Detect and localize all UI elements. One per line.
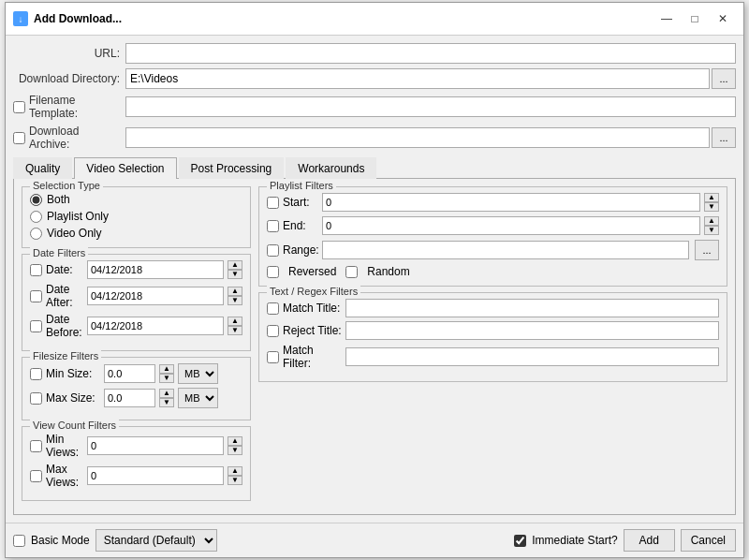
- date-after-spin-down[interactable]: ▼: [228, 296, 242, 305]
- start-label: Start:: [283, 196, 310, 209]
- start-label-wrapper: Start:: [267, 196, 318, 209]
- date-spin-up[interactable]: ▲: [228, 260, 242, 270]
- max-size-row: Max Size: ▲ ▼ MB B KB GB TB: [30, 388, 242, 408]
- download-dir-row: Download Directory: ...: [13, 68, 736, 89]
- min-views-label-wrapper: Min Views:: [30, 433, 83, 459]
- view-count-filters-group: View Count Filters Min Views: ▲ ▼: [22, 426, 251, 501]
- max-size-input[interactable]: [104, 389, 155, 407]
- filename-template-input[interactable]: [125, 96, 736, 117]
- range-row: Range: ...: [267, 240, 719, 260]
- min-size-row: Min Size: ▲ ▼ MB B KB GB TB: [30, 363, 242, 384]
- tab-post-processing[interactable]: Post Processing: [179, 157, 285, 179]
- titlebar-buttons: — □ ✕: [654, 8, 736, 29]
- radio-playlist-only[interactable]: [30, 211, 42, 223]
- download-archive-input[interactable]: [125, 127, 710, 148]
- download-archive-checkbox[interactable]: [13, 132, 25, 144]
- end-spin-down[interactable]: ▼: [704, 226, 719, 235]
- end-spin-up[interactable]: ▲: [704, 216, 719, 226]
- text-regex-filters-title: Text / Regex Filters: [267, 286, 360, 297]
- max-size-label-wrapper: Max Size:: [30, 391, 100, 405]
- reject-title-input[interactable]: [345, 321, 719, 340]
- max-views-spin-up[interactable]: ▲: [228, 466, 242, 476]
- max-size-label: Max Size:: [46, 391, 95, 405]
- min-size-checkbox[interactable]: [30, 368, 42, 380]
- match-filter-input[interactable]: [345, 347, 719, 366]
- date-before-input[interactable]: [87, 317, 224, 335]
- download-dir-input[interactable]: [125, 68, 710, 89]
- range-browse-button[interactable]: ...: [695, 240, 719, 260]
- radio-video-only[interactable]: [30, 228, 42, 240]
- date-after-checkbox[interactable]: [30, 290, 42, 302]
- basic-mode-checkbox[interactable]: [13, 535, 25, 547]
- min-views-row: Min Views: ▲ ▼: [30, 433, 242, 459]
- end-input[interactable]: [322, 216, 700, 235]
- bottom-bar: Basic Mode Standard (Default) Custom Imm…: [6, 523, 743, 557]
- selection-type-title: Selection Type: [30, 180, 103, 191]
- date-after-label: Date After:: [46, 283, 83, 309]
- match-filter-checkbox[interactable]: [267, 351, 279, 363]
- max-size-spin-group: ▲ ▼: [159, 389, 174, 407]
- cancel-button[interactable]: Cancel: [681, 529, 736, 552]
- titlebar: ↓ Add Download... — □ ✕: [6, 3, 743, 36]
- date-after-spin-up[interactable]: ▲: [228, 287, 242, 296]
- match-title-checkbox[interactable]: [267, 302, 279, 315]
- tab-quality[interactable]: Quality: [13, 157, 72, 179]
- max-views-checkbox[interactable]: [30, 470, 42, 482]
- tab-video-selection[interactable]: Video Selection: [74, 157, 176, 179]
- min-size-input[interactable]: [104, 364, 155, 383]
- tab-workarounds[interactable]: Workarounds: [286, 157, 376, 179]
- end-row: End: ▲ ▼: [267, 216, 719, 235]
- radio-both[interactable]: [30, 194, 42, 206]
- download-archive-row: Download Archive: ...: [13, 125, 736, 151]
- range-checkbox[interactable]: [267, 244, 279, 257]
- min-size-unit-select[interactable]: MB B KB GB TB: [178, 363, 218, 384]
- close-button[interactable]: ✕: [710, 8, 736, 29]
- url-input[interactable]: [125, 43, 736, 64]
- minimize-button[interactable]: —: [654, 8, 680, 29]
- min-views-input[interactable]: [87, 436, 224, 455]
- tab-bar: Quality Video Selection Post Processing …: [13, 156, 736, 179]
- min-size-spin-up[interactable]: ▲: [159, 364, 174, 374]
- max-views-spin-down[interactable]: ▼: [228, 476, 242, 485]
- max-size-checkbox[interactable]: [30, 392, 42, 405]
- date-before-row: Date Before: ▲ ▼: [30, 313, 242, 339]
- maximize-button[interactable]: □: [682, 8, 708, 29]
- min-size-spin-down[interactable]: ▼: [159, 374, 174, 383]
- max-views-label: Max Views:: [46, 463, 83, 489]
- random-checkbox[interactable]: [345, 266, 358, 278]
- date-before-spin-down[interactable]: ▼: [228, 326, 242, 335]
- reject-title-checkbox[interactable]: [267, 325, 279, 337]
- start-input[interactable]: [322, 193, 700, 212]
- start-spin-down[interactable]: ▼: [704, 202, 719, 212]
- immediate-start-checkbox[interactable]: [514, 535, 526, 547]
- preset-select[interactable]: Standard (Default) Custom: [95, 529, 217, 552]
- date-before-checkbox[interactable]: [30, 320, 42, 332]
- min-views-checkbox[interactable]: [30, 440, 42, 452]
- max-size-unit-select[interactable]: MB B KB GB TB: [178, 388, 218, 408]
- date-filters-group: Date Filters Date: ▲ ▼: [22, 254, 251, 351]
- max-size-spin-up[interactable]: ▲: [159, 389, 174, 398]
- date-after-spin-group: ▲ ▼: [228, 287, 242, 305]
- download-archive-browse-button[interactable]: ...: [712, 127, 736, 148]
- filename-template-checkbox[interactable]: [13, 101, 25, 113]
- download-archive-checkbox-label: Download Archive:: [13, 125, 125, 151]
- min-views-spin-up[interactable]: ▲: [228, 436, 242, 446]
- date-after-input[interactable]: [87, 287, 224, 305]
- max-size-spin-down[interactable]: ▼: [159, 398, 174, 407]
- start-checkbox[interactable]: [267, 197, 279, 209]
- max-views-input[interactable]: [87, 466, 224, 485]
- start-spin-up[interactable]: ▲: [704, 193, 719, 202]
- min-views-spin-down[interactable]: ▼: [228, 446, 242, 455]
- date-before-spin-up[interactable]: ▲: [228, 317, 242, 326]
- end-checkbox[interactable]: [267, 220, 279, 232]
- date-spin-down[interactable]: ▼: [228, 270, 242, 279]
- date-input[interactable]: [87, 260, 224, 279]
- date-checkbox[interactable]: [30, 264, 42, 276]
- match-title-input[interactable]: [345, 299, 719, 317]
- download-dir-browse-button[interactable]: ...: [712, 68, 736, 89]
- selection-type-group: Selection Type Both Playlist Only Video …: [22, 186, 251, 248]
- add-button[interactable]: Add: [624, 529, 675, 552]
- reversed-checkbox[interactable]: [267, 266, 279, 278]
- range-input[interactable]: [322, 241, 689, 259]
- download-dir-label: Download Directory:: [13, 72, 125, 85]
